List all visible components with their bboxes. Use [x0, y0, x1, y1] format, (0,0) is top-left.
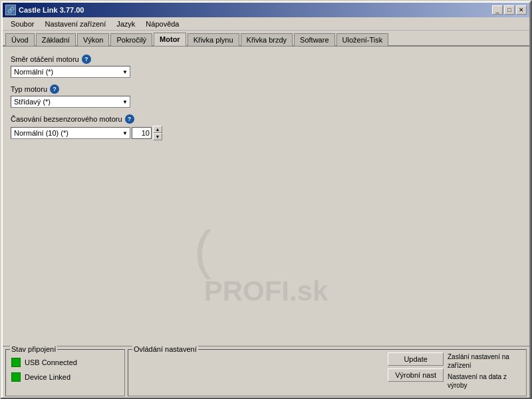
menu-jazyk[interactable]: Jazyk: [111, 19, 140, 29]
update-button[interactable]: Update: [388, 352, 444, 366]
field1-label: Směr otáčení motoru: [11, 55, 79, 63]
usb-led: [11, 358, 21, 367]
status-bar: Stav připojení USB Connected Device Link…: [3, 346, 529, 399]
menu-soubor[interactable]: Soubor: [5, 19, 39, 29]
tab-bar: Úvod Základní Výkon Pokročilý Motor Křiv…: [3, 31, 529, 47]
tab-krivka-brzdy[interactable]: Křivka brzdy: [241, 33, 293, 46]
main-content: ( PROFI.sk Směr otáčení motoru ? Normáln…: [3, 47, 529, 347]
field3-control: Normální (10) (*) Nízké (5) Vysoké (20) …: [11, 126, 521, 140]
tab-pokrocivy[interactable]: Pokročilý: [110, 33, 152, 46]
tab-uvod[interactable]: Úvod: [5, 33, 35, 46]
field2-select[interactable]: Střídavý (*) Stejnosměrný: [11, 96, 130, 108]
tab-motor[interactable]: Motor: [154, 33, 186, 46]
window-controls: _ □ ✕: [492, 5, 527, 15]
menu-napoveda[interactable]: Nápověda: [140, 19, 184, 29]
control-label: Ovládání nastavení: [132, 345, 198, 353]
field3-spinbox-input[interactable]: [132, 127, 152, 139]
update-description: Zaslání nastavení na zařízení: [448, 352, 521, 370]
action-descriptions: Zaslání nastavení na zařízení Nastavení …: [448, 352, 521, 390]
title-bar: 🔗 Castle Link 3.77.00 _ □ ✕: [3, 3, 529, 17]
tab-krivka-plynu[interactable]: Křivka plynu: [188, 33, 239, 46]
field3-spinbox-arrows: ▲ ▼: [153, 126, 162, 140]
spinbox-up-button[interactable]: ▲: [153, 126, 162, 133]
usb-status: USB Connected: [11, 358, 119, 367]
field1-help-button[interactable]: ?: [82, 55, 91, 64]
field2-help-button[interactable]: ?: [50, 84, 59, 94]
connection-status-label: Stav připojení: [10, 345, 57, 353]
connection-status-panel: Stav připojení USB Connected Device Link…: [5, 349, 125, 396]
field-smer-otaceni: Směr otáčení motoru ? Normální (*) Obrác…: [11, 55, 521, 78]
device-status: Device Linked: [11, 372, 119, 382]
field3-select-wrapper: Normální (10) (*) Nízké (5) Vysoké (20): [11, 127, 130, 139]
field3-select[interactable]: Normální (10) (*) Nízké (5) Vysoké (20): [11, 127, 130, 139]
field1-select-wrapper: Normální (*) Obrácený: [11, 66, 130, 78]
menu-nastaveni[interactable]: Nastavení zařízení: [39, 19, 111, 29]
factory-description: Nastavení na data z výroby: [448, 372, 521, 390]
action-buttons: Update Výrobní nast: [388, 352, 444, 382]
close-button[interactable]: ✕: [516, 5, 527, 15]
control-panel: Ovládání nastavení Update Výrobní nast Z…: [128, 349, 527, 396]
tab-vykon[interactable]: Výkon: [77, 33, 110, 46]
maximize-button[interactable]: □: [504, 5, 515, 15]
device-led: [11, 372, 21, 382]
usb-label: USB Connected: [25, 358, 77, 366]
field2-label: Typ motoru: [11, 85, 47, 93]
tab-zakladni[interactable]: Základní: [36, 33, 76, 46]
field-casovani: Časování bezsenzorového motoru ? Normáln…: [11, 114, 521, 140]
menu-bar: Soubor Nastavení zařízení Jazyk Nápověda: [3, 17, 529, 31]
field-typ-motoru: Typ motoru ? Střídavý (*) Stejnosměrný: [11, 84, 521, 108]
field1-select[interactable]: Normální (*) Obrácený: [11, 66, 130, 78]
factory-button[interactable]: Výrobní nast: [388, 368, 444, 382]
title-text: Castle Link 3.77.00: [19, 6, 84, 14]
field2-select-wrapper: Střídavý (*) Stejnosměrný: [11, 96, 130, 108]
watermark-logo: (: [194, 219, 212, 281]
tab-ulozeni-tisk[interactable]: Uložení-Tisk: [336, 33, 389, 46]
device-label: Device Linked: [25, 373, 70, 381]
field3-help-button[interactable]: ?: [125, 114, 134, 124]
watermark-text: PROFI.sk: [204, 275, 329, 307]
minimize-button[interactable]: _: [492, 5, 503, 15]
app-icon: 🔗: [5, 5, 16, 15]
field3-label: Časování bezsenzorového motoru: [11, 115, 122, 123]
spinbox-down-button[interactable]: ▼: [153, 133, 162, 140]
tab-software[interactable]: Software: [294, 33, 334, 46]
